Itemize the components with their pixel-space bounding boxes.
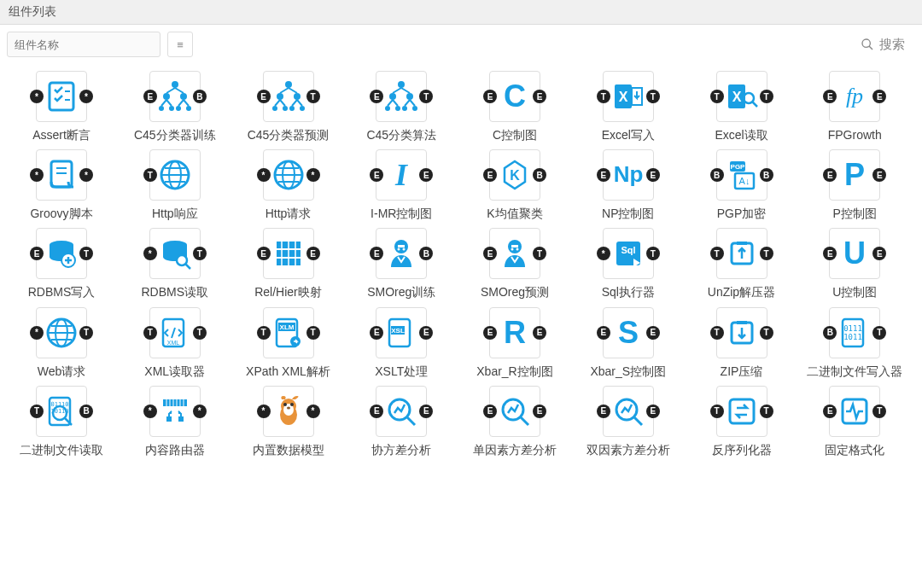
component-item[interactable]: ETSMOreg预测	[464, 228, 566, 300]
component-item[interactable]: EBSMOreg训练	[350, 228, 452, 300]
np-icon: EE	[603, 149, 654, 201]
port-badge-left: T	[597, 90, 610, 103]
component-item[interactable]: *TRDBMS读取	[124, 228, 226, 300]
excel-find-icon: TT	[716, 71, 767, 122]
port-badge-right: B	[760, 168, 773, 182]
tree-icon: ET	[376, 71, 427, 122]
component-item[interactable]: **内容路由器	[124, 386, 226, 457]
component-item[interactable]: TTExcel读取	[691, 71, 793, 143]
component-item[interactable]: EBC45分类器训练	[124, 71, 226, 143]
component-item[interactable]: **Http请求	[237, 149, 340, 221]
db-find-icon: *T	[149, 228, 201, 279]
port-badge-right: T	[872, 326, 886, 340]
port-badge-left: E	[370, 90, 383, 103]
pulse-icon: ET	[829, 386, 880, 437]
window-title: 组件列表	[0, 0, 922, 25]
component-item[interactable]: TTZIP压缩	[691, 307, 793, 379]
component-item[interactable]: **Assert断言	[10, 71, 113, 143]
port-badge-right: T	[79, 247, 93, 260]
component-item[interactable]: EEXbar_S控制图	[577, 307, 680, 379]
port-badge-left: *	[143, 405, 157, 418]
component-item[interactable]: TT反序列化器	[691, 386, 793, 457]
component-item[interactable]: EE协方差分析	[350, 386, 452, 457]
analyze-icon: EE	[603, 386, 654, 437]
component-label: Excel写入	[577, 127, 680, 143]
component-item[interactable]: ET固定格式化	[803, 386, 906, 457]
component-label: RDBMS写入	[10, 284, 113, 300]
title-text: 组件列表	[9, 4, 56, 18]
port-badge-right: E	[533, 405, 546, 418]
letter-r-icon: EE	[489, 307, 540, 358]
port-badge-right: E	[306, 247, 320, 260]
component-item[interactable]: EE双因素方差分析	[577, 386, 680, 457]
component-item[interactable]: TB二进制文件读取	[10, 386, 113, 457]
component-item[interactable]: TTXPath XML解析	[237, 307, 340, 379]
component-item[interactable]: *TWeb请求	[10, 307, 113, 379]
port-badge-left: E	[483, 168, 497, 182]
component-item[interactable]: EEXbar_R控制图	[464, 307, 566, 379]
component-item[interactable]: TTExcel写入	[577, 71, 680, 143]
component-label: C45分类器预测	[237, 127, 340, 143]
component-item[interactable]: EEU控制图	[803, 228, 906, 300]
component-item[interactable]: EEC控制图	[464, 71, 566, 143]
component-label: ZIP压缩	[691, 364, 793, 379]
xml-icon: TT	[149, 307, 201, 358]
component-item[interactable]: ETRDBMS写入	[10, 228, 113, 300]
component-item[interactable]: THttp响应	[124, 149, 226, 221]
component-label: 固定格式化	[803, 442, 906, 457]
port-badge-right: E	[646, 168, 660, 182]
component-label: Groovy脚本	[10, 206, 113, 221]
binary-icon: BT	[829, 307, 880, 358]
port-badge-right: B	[533, 168, 546, 182]
port-badge-right: T	[646, 90, 660, 103]
component-label: FPGrowth	[803, 127, 906, 143]
port-badge-left: *	[143, 247, 157, 260]
component-item[interactable]: EEXSLT处理	[350, 307, 452, 379]
component-item[interactable]: EERel/Hier映射	[237, 228, 340, 300]
component-item[interactable]: ETC45分类算法	[350, 71, 452, 143]
component-item[interactable]: BT二进制文件写入器	[803, 307, 906, 379]
tree-icon: EB	[149, 71, 201, 122]
component-item[interactable]: EEP控制图	[803, 149, 906, 221]
component-label: Http响应	[124, 206, 226, 221]
component-grid: **Assert断言EBC45分类器训练ETC45分类器预测ETC45分类算法E…	[0, 64, 922, 464]
globe-icon: T	[149, 149, 201, 201]
component-item[interactable]: *TSql执行器	[577, 228, 680, 300]
letter-u-icon: EE	[829, 228, 880, 279]
component-item[interactable]: TTXML读取器	[124, 307, 226, 379]
component-item[interactable]: EEFPGrowth	[803, 71, 906, 143]
component-name-input[interactable]	[7, 32, 160, 57]
k-badge-icon: EB	[489, 149, 540, 201]
sql-icon: *T	[603, 228, 654, 279]
component-label: Sql执行器	[577, 284, 680, 300]
convert-icon: TT	[716, 386, 767, 437]
port-badge-right: T	[872, 405, 886, 418]
filter-button[interactable]: ≡	[167, 32, 193, 57]
component-item[interactable]: EEI-MR控制图	[350, 149, 452, 221]
component-item[interactable]: ETC45分类器预测	[237, 71, 340, 143]
port-badge-left: E	[597, 326, 610, 340]
fp-icon: EE	[829, 71, 880, 122]
port-badge-right: T	[760, 405, 773, 418]
component-item[interactable]: EE单因素方差分析	[464, 386, 566, 457]
component-item[interactable]: **Groovy脚本	[10, 149, 113, 221]
component-label: NP控制图	[577, 206, 680, 221]
analyze-icon: EE	[376, 386, 427, 437]
unzip-icon: TT	[716, 228, 767, 279]
component-item[interactable]: **内置数据模型	[237, 386, 340, 457]
port-badge-left: E	[823, 168, 837, 182]
component-label: PGP加密	[691, 206, 793, 221]
port-badge-right: E	[872, 90, 886, 103]
component-label: XPath XML解析	[237, 364, 340, 379]
component-item[interactable]: TTUnZip解压器	[691, 228, 793, 300]
component-item[interactable]: BBPGP加密	[691, 149, 793, 221]
component-item[interactable]: EBK均值聚类	[464, 149, 566, 221]
port-badge-right: *	[306, 168, 320, 182]
search-button[interactable]: 搜索	[861, 37, 915, 53]
port-badge-right: T	[79, 326, 93, 340]
component-item[interactable]: EENP控制图	[577, 149, 680, 221]
port-badge-left: T	[710, 90, 724, 103]
port-badge-left: T	[710, 405, 724, 418]
port-badge-left: T	[30, 405, 44, 418]
component-label: XSLT处理	[350, 364, 452, 379]
